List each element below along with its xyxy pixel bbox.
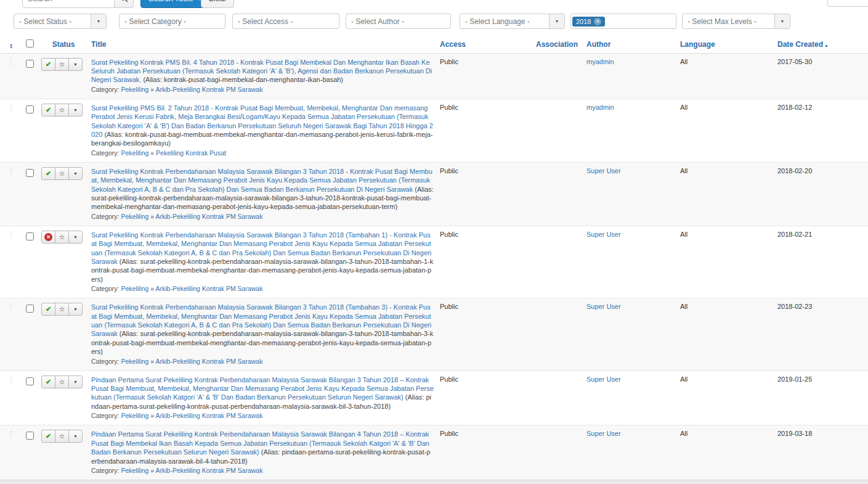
drag-handle-icon[interactable]: ⋮ — [0, 58, 22, 65]
publish-toggle-button[interactable]: ✔ — [41, 303, 55, 316]
header-date-created[interactable]: Date Created — [777, 40, 823, 49]
row-checkbox[interactable] — [26, 60, 34, 68]
header-status[interactable]: Status — [52, 40, 75, 49]
search-icon — [120, 0, 128, 4]
publish-toggle-button[interactable]: ✔ — [41, 58, 55, 71]
category-parent-link[interactable]: Pekeliling — [121, 86, 148, 93]
select-all-checkbox[interactable] — [26, 39, 34, 47]
status-filter-caret[interactable]: ▼ — [91, 14, 106, 28]
author-link[interactable]: myadmin — [586, 104, 614, 111]
publish-status-icon: ✔ — [46, 107, 51, 113]
author-link[interactable]: Super User — [586, 231, 621, 238]
remove-tag-icon[interactable]: ✕ — [594, 18, 601, 25]
search-submit-button[interactable] — [114, 0, 134, 8]
category-prefix: Category: — [91, 86, 120, 93]
feature-star-button[interactable]: ☆ — [55, 231, 69, 244]
drag-handle-icon[interactable]: ⋮ — [0, 167, 22, 174]
clear-button[interactable]: Clear — [201, 0, 234, 8]
status-dropdown-button[interactable]: ▼ — [68, 58, 83, 71]
feature-star-button[interactable]: ☆ — [55, 430, 69, 443]
author-link[interactable]: Super User — [586, 430, 621, 437]
feature-star-button[interactable]: ☆ — [55, 104, 69, 117]
status-dropdown-button[interactable]: ▼ — [68, 167, 83, 180]
category-child-link[interactable]: Pekeliling Kontrak Pusat — [156, 149, 226, 157]
article-title-link[interactable]: Surat Pekeliling Kontrak Perbendaharaan … — [91, 168, 432, 193]
drag-handle-icon[interactable]: ⋮ — [0, 104, 22, 111]
sort-order-select[interactable]: Date Ascending — [827, 0, 868, 7]
category-child-link[interactable]: Arkib-Pekeliling Kontrak PM Sarawak — [156, 86, 263, 93]
drag-handle-icon[interactable]: ⋮ — [0, 375, 22, 383]
publish-toggle-button[interactable]: ✕ — [41, 231, 55, 244]
author-link[interactable]: Super User — [586, 375, 621, 383]
row-checkbox[interactable] — [26, 377, 34, 385]
category-parent-link[interactable]: Pekeliling — [121, 149, 148, 157]
status-filter-select[interactable]: - Select Status - ▼ — [14, 14, 107, 29]
category-child-link[interactable]: Arkib-Pekeliling Kontrak PM Sarawak — [156, 412, 263, 419]
category-parent-link[interactable]: Pekeliling — [121, 412, 148, 419]
status-dropdown-button[interactable]: ▼ — [68, 104, 83, 117]
feature-star-button[interactable]: ☆ — [55, 58, 69, 71]
publish-toggle-button[interactable]: ✔ — [41, 104, 55, 117]
row-checkbox[interactable] — [26, 105, 34, 113]
author-filter-select[interactable]: - Select Author - — [346, 14, 451, 29]
header-author[interactable]: Author — [586, 40, 610, 49]
publish-toggle-button[interactable]: ✔ — [41, 430, 55, 443]
author-link[interactable]: Super User — [586, 167, 621, 174]
category-parent-link[interactable]: Pekeliling — [121, 467, 148, 474]
feature-star-button[interactable]: ☆ — [55, 303, 69, 316]
status-caret-icon: ▼ — [73, 235, 78, 239]
category-child-link[interactable]: Arkib-Pekeliling Kontrak PM Sarawak — [156, 467, 263, 474]
language-value: All — [680, 303, 688, 310]
header-title[interactable]: Title — [91, 40, 106, 49]
row-checkbox[interactable] — [26, 169, 34, 177]
category-parent-link[interactable]: Pekeliling — [121, 358, 148, 365]
article-title-link[interactable]: Pindaan Pertama Surat Pekeliling Kontrak… — [91, 376, 434, 401]
header-access[interactable]: Access — [440, 40, 466, 49]
search-input[interactable] — [22, 0, 115, 8]
drag-handle-icon[interactable]: ⋮ — [0, 430, 22, 437]
header-language[interactable]: Language — [680, 40, 715, 49]
publish-toggle-button[interactable]: ✔ — [41, 167, 55, 180]
access-value: Public — [440, 303, 458, 310]
header-association[interactable]: Association — [536, 40, 578, 49]
drag-handle-icon[interactable]: ⋮ — [0, 303, 22, 310]
access-value: Public — [440, 58, 458, 65]
status-dropdown-button[interactable]: ▼ — [68, 303, 83, 316]
ordering-sort-icon[interactable]: ▲ ▼ — [9, 43, 13, 49]
feature-star-button[interactable]: ☆ — [55, 375, 69, 388]
tag-filter-field[interactable]: 2018 ✕ — [570, 14, 676, 29]
category-filter-select[interactable]: - Select Category - — [119, 14, 225, 29]
access-filter-select[interactable]: - Select Access - — [232, 14, 339, 29]
category-prefix: Category: — [91, 149, 120, 157]
tag-chip-label: 2018 — [576, 18, 591, 25]
row-checkbox[interactable] — [26, 305, 34, 313]
access-filter-value: - Select Access - — [233, 17, 339, 26]
author-link[interactable]: Super User — [586, 303, 621, 310]
author-link[interactable]: myadmin — [586, 58, 614, 65]
table-row: ⋮ ✔ ☆ ▼ Pindaan Pertama Surat Pekeliling… — [0, 371, 868, 425]
article-alias: (Alias: kontrak-pusat-bagi-membuat-membe… — [91, 131, 433, 147]
status-dropdown-button[interactable]: ▼ — [68, 375, 83, 388]
publish-status-icon: ✔ — [46, 61, 51, 68]
max-levels-filter-caret[interactable]: ▼ — [774, 14, 790, 28]
row-checkbox[interactable] — [26, 232, 34, 240]
category-child-link[interactable]: Arkib-Pekeliling Kontrak PM Sarawak — [156, 285, 263, 292]
search-tools-button[interactable]: Search Tools ▼ — [140, 0, 209, 8]
category-parent-link[interactable]: Pekeliling — [121, 213, 148, 220]
language-filter-value: - Select Language - — [460, 17, 549, 26]
status-dropdown-button[interactable]: ▼ — [68, 231, 83, 244]
category-parent-link[interactable]: Pekeliling — [121, 285, 148, 292]
tag-chip: 2018 ✕ — [572, 17, 605, 27]
drag-handle-icon[interactable]: ⋮ — [0, 231, 22, 238]
feature-star-button[interactable]: ☆ — [55, 167, 69, 180]
status-dropdown-button[interactable]: ▼ — [68, 430, 83, 443]
category-child-link[interactable]: Arkib-Pekeliling Kontrak PM Sarawak — [156, 213, 263, 220]
table-row: ⋮ ✔ ☆ ▼ Pindaan Pertama Surat Pekeliling… — [0, 425, 868, 480]
row-checkbox[interactable] — [26, 432, 34, 440]
category-child-link[interactable]: Arkib-Pekeliling Kontrak PM Sarawak — [156, 358, 263, 365]
language-filter-select[interactable]: - Select Language - ▼ — [460, 14, 565, 29]
max-levels-filter-select[interactable]: - Select Max Levels - ▼ — [682, 14, 790, 29]
category-separator: » — [150, 467, 154, 474]
publish-toggle-button[interactable]: ✔ — [41, 375, 55, 388]
language-filter-caret[interactable]: ▼ — [549, 14, 564, 28]
